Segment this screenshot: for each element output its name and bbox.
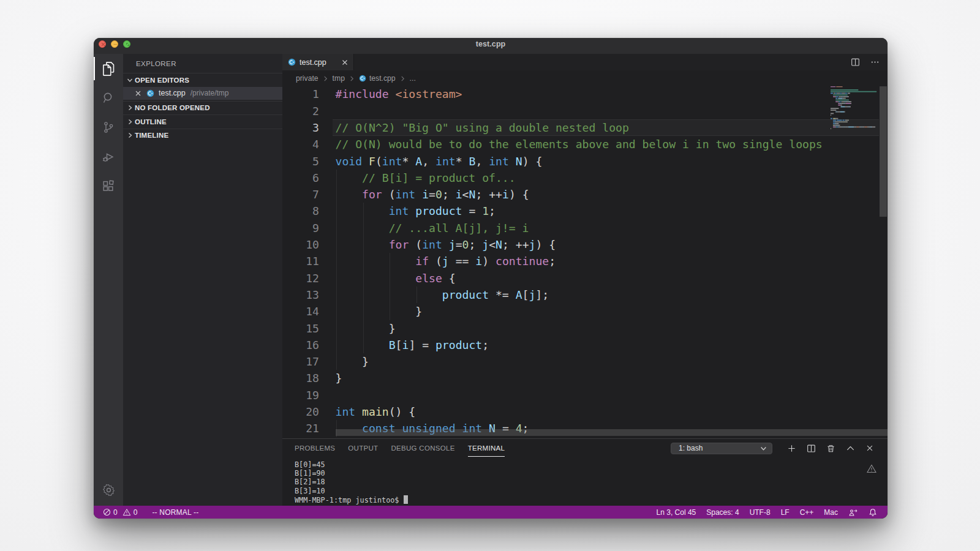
panel-tab-problems[interactable]: PROBLEMS (295, 439, 335, 457)
breadcrumb-item-file[interactable]: test.cpp (369, 74, 396, 83)
section-label: TIMELINE (135, 132, 168, 139)
editor-group: test.cpp privat (282, 54, 888, 506)
tab-bar: test.cpp (282, 54, 888, 70)
activitybar-source-control[interactable] (94, 113, 123, 142)
section-open-editors: OPEN EDITORS test. (123, 73, 282, 100)
chevron-right-icon (349, 76, 355, 81)
vertical-scrollbar[interactable] (880, 86, 887, 217)
breadcrumb-item-tmp[interactable]: tmp (333, 74, 345, 83)
search-icon (101, 91, 116, 105)
code-line: // ...all A[j], j!= i (336, 220, 529, 236)
zoom-window-button[interactable] (123, 40, 130, 48)
minimap[interactable] (828, 86, 879, 178)
indentation-status[interactable]: Spaces: 4 (706, 508, 739, 517)
statusbar-right: Ln 3, Col 45 Spaces: 4 UTF-8 LF C++ Mac (657, 508, 877, 517)
code-line: for (int j=0; j<N; ++j) { (336, 236, 556, 253)
code-line: void F(int* A, int* B, int N) { (336, 153, 543, 170)
run-debug-icon (101, 149, 116, 164)
cursor-position-status[interactable]: Ln 3, Col 45 (657, 508, 696, 517)
statusbar-left: 0 0 -- NORMAL -- (103, 508, 198, 517)
breadcrumb: private tmp test. (282, 70, 888, 86)
sidebar-explorer: EXPLORER OPEN EDITORS (123, 54, 282, 506)
open-editor-filepath: /private/tmp (190, 89, 229, 97)
feedback-icon[interactable] (848, 508, 858, 517)
chevron-right-icon (125, 119, 135, 125)
terminal-line: B[0]=45 (295, 460, 325, 469)
panel-tab-output[interactable]: OUTPUT (348, 439, 378, 457)
minimize-window-button[interactable] (111, 40, 118, 48)
problems-status[interactable]: 0 0 (103, 508, 137, 517)
warning-triangle-icon (867, 464, 876, 473)
panel-tab-terminal[interactable]: TERMINAL (468, 439, 505, 457)
section-label: NO FOLDER OPENED (135, 104, 210, 111)
editor-actions (851, 54, 888, 70)
horizontal-scrollbar[interactable] (336, 429, 888, 436)
section-header-open-editors[interactable]: OPEN EDITORS (123, 73, 282, 87)
activitybar-run-debug[interactable] (94, 142, 123, 171)
split-editor-icon[interactable] (851, 58, 860, 67)
breadcrumb-item-private[interactable]: private (296, 74, 318, 83)
vim-mode-indicator[interactable]: -- NORMAL -- (152, 508, 198, 517)
activitybar-explorer[interactable] (94, 54, 123, 83)
line-number: 7 (282, 186, 319, 203)
panel-tab-debug-console[interactable]: DEBUG CONSOLE (391, 439, 454, 457)
section-header-outline[interactable]: OUTLINE (123, 115, 282, 129)
line-number: 2 (282, 103, 319, 119)
code-editor[interactable]: 123456789101112131415161718192021 #inclu… (282, 86, 888, 438)
code-line: product *= A[j]; (336, 287, 549, 303)
close-editor-icon[interactable] (133, 90, 143, 97)
code-line: for (int i=0; i<N; ++i) { (336, 186, 529, 203)
cpp-file-icon (288, 58, 296, 66)
terminal-line: B[3]=10 (295, 487, 325, 495)
code-line: int main() { (336, 403, 416, 420)
tab-test-cpp[interactable]: test.cpp (282, 54, 354, 70)
terminal-line: B[1]=90 (295, 469, 325, 478)
breadcrumb-item-symbol[interactable]: ... (410, 74, 416, 83)
eol-status[interactable]: LF (781, 508, 790, 517)
line-number: 5 (282, 153, 319, 170)
maximize-panel-icon[interactable] (840, 444, 860, 453)
section-header-timeline[interactable]: TIMELINE (123, 129, 282, 143)
encoding-status[interactable]: UTF-8 (750, 508, 771, 517)
line-number: 14 (282, 303, 319, 320)
minimize-icon (113, 42, 118, 47)
line-number: 8 (282, 203, 319, 219)
close-panel-icon[interactable] (860, 444, 880, 452)
open-editor-item[interactable]: test.cpp /private/tmp (123, 87, 282, 100)
extensions-icon (101, 179, 116, 193)
terminal-output[interactable]: B[0]=45B[1]=90B[2]=18B[3]=10WMM-MBP-1:tm… (282, 457, 888, 506)
tab-close-icon[interactable] (341, 59, 349, 66)
chevron-right-icon (125, 132, 135, 138)
code-line: // O(N) would be to do the elements abov… (336, 136, 823, 152)
activitybar-extensions[interactable] (94, 171, 123, 201)
code-line: if (j == i) continue; (336, 253, 556, 269)
traffic-lights (99, 38, 130, 50)
line-number: 6 (282, 170, 319, 186)
split-terminal-icon[interactable] (801, 444, 821, 453)
activitybar-search[interactable] (94, 83, 123, 113)
language-mode-status[interactable]: C++ (800, 508, 814, 517)
tab-label: test.cpp (300, 58, 341, 67)
section-header-no-folder[interactable]: NO FOLDER OPENED (123, 102, 282, 115)
line-number: 21 (282, 420, 319, 437)
code-line: } (336, 353, 369, 370)
code-line: } (336, 320, 396, 337)
line-number: 15 (282, 320, 319, 337)
panel-controls: 1: bash (671, 443, 888, 454)
shell-select-value: 1: bash (679, 444, 760, 452)
terminal-prompt: WMM-MBP-1:tmp justintoo$ (295, 496, 399, 504)
line-number: 11 (282, 253, 319, 269)
terminal-shell-select[interactable]: 1: bash (671, 443, 772, 454)
notifications-bell-icon[interactable] (869, 508, 877, 517)
more-actions-icon[interactable] (870, 58, 880, 67)
error-count: 0 (113, 508, 118, 517)
close-window-button[interactable] (99, 40, 106, 48)
activitybar-settings[interactable] (94, 474, 123, 506)
new-terminal-icon[interactable] (782, 444, 801, 453)
kill-terminal-trash-icon[interactable] (821, 444, 840, 453)
keymap-status[interactable]: Mac (824, 508, 838, 517)
section-label: OUTLINE (135, 118, 167, 126)
line-number: 3 (282, 119, 319, 136)
gear-icon (102, 483, 116, 497)
warning-triangle-icon (123, 508, 131, 516)
